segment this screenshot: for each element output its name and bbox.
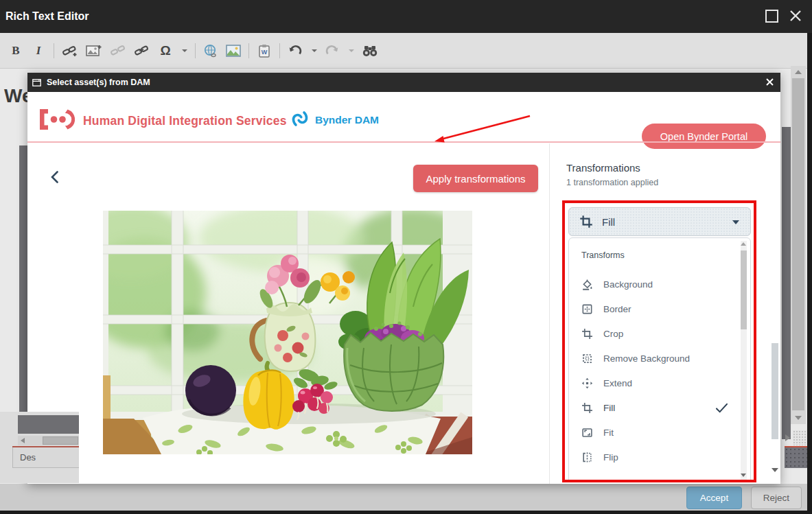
bynder-logo-icon bbox=[290, 110, 310, 130]
italic-button[interactable]: I bbox=[31, 42, 46, 60]
maximize-icon[interactable] bbox=[765, 10, 778, 23]
transform-item-label: Fill bbox=[603, 403, 615, 413]
editor-toolbar: B I Ω W bbox=[0, 33, 812, 69]
integration-logo: Human Digital Integration Services bbox=[39, 108, 287, 133]
asset-photo bbox=[103, 211, 472, 454]
redo-button[interactable] bbox=[325, 42, 340, 60]
flip-icon bbox=[581, 452, 594, 463]
dialog-brand-row: Human Digital Integration Services Bynde… bbox=[27, 92, 780, 145]
toolbar-separator bbox=[195, 43, 196, 58]
scrollbar-thumb[interactable] bbox=[43, 436, 78, 445]
transform-item-extend[interactable]: Extend bbox=[569, 371, 750, 395]
toolbar-separator bbox=[279, 43, 280, 58]
integration-name: Human Digital Integration Services bbox=[83, 114, 287, 128]
scroll-down-icon[interactable] bbox=[741, 474, 746, 477]
list-scrollbar[interactable] bbox=[741, 241, 747, 480]
apply-transformations-button[interactable]: Apply transformations bbox=[413, 165, 538, 192]
reject-button[interactable]: Reject bbox=[751, 487, 802, 509]
transforms-list: Transforms BackgroundBorderCropRemove Ba… bbox=[568, 237, 751, 482]
crop-icon bbox=[581, 328, 594, 340]
dialog-window-icon bbox=[32, 79, 41, 86]
back-chevron-icon[interactable] bbox=[50, 170, 59, 187]
transform-dropdown[interactable]: Fill bbox=[568, 207, 751, 236]
transform-item-flip[interactable]: Flip bbox=[569, 445, 750, 469]
globe-link-button[interactable] bbox=[203, 42, 218, 60]
header-separator bbox=[27, 141, 780, 143]
dialog-scroll-down-icon[interactable] bbox=[772, 468, 778, 472]
bynder-dam-label: Bynder DAM bbox=[315, 114, 379, 126]
editor-image-sliver-left bbox=[19, 145, 27, 434]
transforms-rows: BackgroundBorderCropRemove BackgroundExt… bbox=[569, 272, 750, 482]
paste-from-word-button[interactable]: W bbox=[257, 42, 272, 60]
window-title: Rich Text Editor bbox=[5, 10, 89, 23]
editor-image-corner bbox=[18, 415, 79, 434]
dam-dialog: Select asset(s) from DAM Human Digital I… bbox=[27, 73, 780, 484]
editor-image-sliver-right bbox=[782, 127, 791, 439]
scroll-down-icon[interactable] bbox=[795, 416, 802, 420]
unlink-button[interactable] bbox=[110, 42, 126, 60]
scroll-up-icon[interactable] bbox=[795, 70, 802, 74]
editor-horizontal-scrollbar[interactable] bbox=[18, 436, 79, 445]
remove-background-icon bbox=[581, 353, 594, 364]
transform-item-background[interactable]: Background bbox=[569, 272, 750, 296]
transform-item-label: Background bbox=[603, 279, 653, 290]
open-bynder-portal-button[interactable]: Open Bynder Portal bbox=[642, 124, 766, 149]
toolbar-separator bbox=[54, 43, 54, 58]
editor-vertical-scrollbar[interactable] bbox=[791, 66, 806, 424]
find-replace-button[interactable] bbox=[362, 42, 378, 60]
scroll-left-icon[interactable] bbox=[21, 438, 25, 443]
transforms-group-label: Transforms bbox=[581, 250, 625, 260]
accept-button[interactable]: Accept bbox=[686, 487, 742, 509]
transform-item-label: Border bbox=[603, 304, 631, 314]
transform-item-label: Flip bbox=[603, 452, 618, 463]
scroll-up-icon[interactable] bbox=[741, 242, 746, 246]
chevron-down-icon bbox=[732, 220, 739, 224]
window-frame bbox=[0, 511, 812, 514]
special-char-button[interactable]: Ω bbox=[158, 42, 173, 60]
undo-caret-icon[interactable] bbox=[312, 49, 317, 52]
bold-button[interactable]: B bbox=[8, 42, 23, 60]
dialog-footer: Accept Reject bbox=[0, 484, 807, 511]
resize-grip[interactable] bbox=[785, 447, 810, 468]
anchor-link-button[interactable] bbox=[134, 42, 150, 60]
redo-caret-icon[interactable] bbox=[349, 49, 354, 52]
dialog-titlebar[interactable]: Select asset(s) from DAM bbox=[27, 73, 780, 92]
transform-item-remove-background[interactable]: Remove Background bbox=[569, 346, 750, 371]
dialog-scrollbar-thumb[interactable] bbox=[772, 343, 778, 439]
tab-design[interactable]: Des bbox=[12, 447, 79, 468]
transform-item-label: Fit bbox=[603, 428, 614, 438]
scroll-right-icon[interactable] bbox=[785, 434, 790, 441]
extend-icon bbox=[581, 377, 594, 389]
rich-text-editor-window: Rich Text Editor B I Ω bbox=[0, 0, 812, 514]
special-char-caret-icon[interactable] bbox=[182, 49, 187, 52]
insert-link-button[interactable] bbox=[62, 42, 78, 60]
bynder-brand: Bynder DAM bbox=[290, 110, 379, 130]
crop-icon bbox=[581, 402, 594, 414]
crop-icon bbox=[579, 215, 593, 229]
scrollbar-thumb[interactable] bbox=[792, 78, 804, 410]
transform-item-border[interactable]: Border bbox=[569, 296, 750, 321]
svg-text:W: W bbox=[262, 49, 268, 56]
transform-item-fill[interactable]: Fill bbox=[569, 395, 750, 420]
panel-divider bbox=[549, 143, 550, 484]
transform-item-fit[interactable]: Fit bbox=[569, 420, 750, 445]
insert-image-button[interactable] bbox=[86, 42, 102, 60]
dialog-close-icon[interactable] bbox=[765, 78, 774, 86]
editor-bottom-left-region: Des bbox=[0, 412, 79, 483]
hdis-logo-icon bbox=[39, 108, 75, 133]
border-icon bbox=[581, 303, 594, 315]
transformations-subtitle: 1 transformation applied bbox=[566, 178, 658, 187]
toolbar-separator bbox=[248, 43, 249, 58]
window-titlebar: Rich Text Editor bbox=[0, 0, 812, 33]
undo-button[interactable] bbox=[288, 42, 303, 60]
close-icon[interactable] bbox=[787, 8, 804, 24]
transform-item-partial[interactable] bbox=[569, 469, 750, 482]
check-icon bbox=[715, 403, 728, 413]
transform-item-crop[interactable]: Crop bbox=[569, 321, 750, 346]
image-properties-button[interactable] bbox=[226, 42, 241, 60]
transform-item-label: Remove Background bbox=[603, 353, 690, 364]
transformations-title: Transformations bbox=[566, 162, 640, 174]
fit-icon bbox=[581, 427, 594, 439]
window-frame bbox=[807, 33, 812, 514]
scrollbar-thumb[interactable] bbox=[741, 250, 747, 329]
